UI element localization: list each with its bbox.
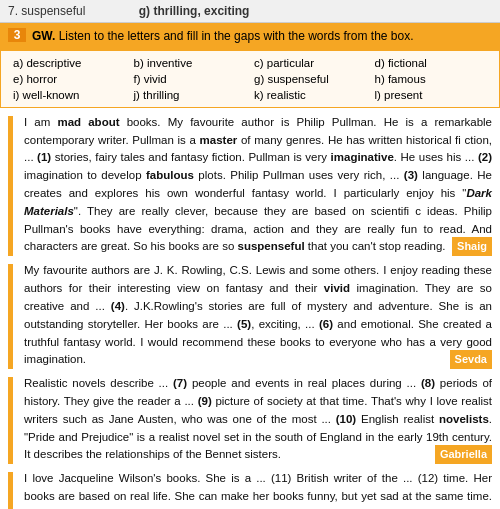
word-item: a) descriptive <box>11 56 128 70</box>
word-box: a) descriptiveb) inventivec) particulard… <box>0 50 500 108</box>
paragraph-block: Realistic novels describe ... (7) people… <box>8 375 492 464</box>
word-item: l) present <box>373 88 490 102</box>
orange-bar-decoration <box>8 116 13 257</box>
orange-bar-decoration <box>8 472 13 509</box>
paragraph-text: My favourite authors are J. K. Rowling, … <box>8 262 492 369</box>
word-item: h) famous <box>373 72 490 86</box>
top-bar: 7. suspenseful g) thrilling, exciting <box>0 0 500 23</box>
section-header: 3 GW. Listen to the letters and fill in … <box>0 23 500 50</box>
main-content: I am mad about books. My favourite autho… <box>0 108 500 509</box>
author-tag: Sevda <box>450 350 492 369</box>
word-item: c) particular <box>252 56 369 70</box>
section-instruction: GW. Listen to the letters and fill in th… <box>32 28 414 45</box>
word-item: i) well-known <box>11 88 128 102</box>
word-item: g) suspenseful <box>252 72 369 86</box>
gw-label: GW. <box>32 29 55 43</box>
paragraph-block: I am mad about books. My favourite autho… <box>8 114 492 257</box>
paragraph-text: I am mad about books. My favourite autho… <box>8 114 492 257</box>
paragraph-block: My favourite authors are J. K. Rowling, … <box>8 262 492 369</box>
author-tag: Shaig <box>452 237 492 256</box>
word-item: k) realistic <box>252 88 369 102</box>
word-item: j) thrilling <box>132 88 249 102</box>
top-bar-text: 7. suspenseful <box>8 4 85 18</box>
orange-bar-decoration <box>8 264 13 369</box>
author-tag: Gabriella <box>435 445 492 464</box>
word-item: e) horror <box>11 72 128 86</box>
orange-bar-decoration <box>8 377 13 464</box>
word-item: b) inventive <box>132 56 249 70</box>
paragraph-block: I love Jacqueline Wilson's books. She is… <box>8 470 492 509</box>
section-number: 3 <box>8 28 26 42</box>
paragraph-text: Realistic novels describe ... (7) people… <box>8 375 492 464</box>
word-item: d) fictional <box>373 56 490 70</box>
paragraph-text: I love Jacqueline Wilson's books. She is… <box>8 470 492 509</box>
word-item: f) vivid <box>132 72 249 86</box>
